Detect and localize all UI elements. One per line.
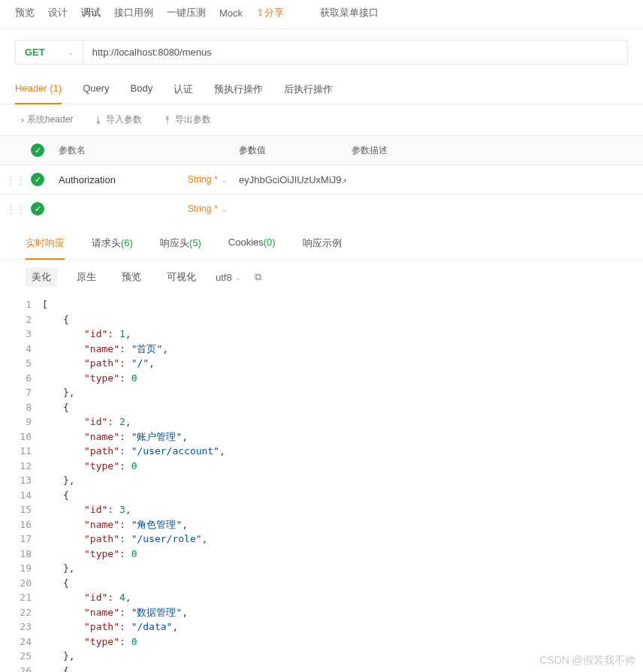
request-tabs: Header (1) Query Body 认证 预执行操作 后执行操作 bbox=[0, 75, 643, 104]
tab-debug[interactable]: 调试 bbox=[81, 6, 101, 20]
top-tabs: 预览 设计 调试 接口用例 一键压测 Mock ⇪分享 获取菜单接口 bbox=[0, 0, 643, 29]
tab-design[interactable]: 设计 bbox=[48, 6, 68, 20]
param-value-input[interactable] bbox=[233, 201, 346, 216]
tab-realtime[interactable]: 实时响应 bbox=[26, 228, 65, 259]
row-check[interactable]: ✓ bbox=[31, 202, 44, 215]
tab-mock[interactable]: Mock bbox=[219, 8, 243, 19]
tab-post[interactable]: 后执行操作 bbox=[284, 75, 333, 104]
method-select[interactable]: GET ⌄ bbox=[15, 40, 83, 65]
chevron-right-icon: › bbox=[21, 115, 24, 125]
param-desc-input[interactable] bbox=[346, 172, 643, 187]
export-params[interactable]: ⭱ 导出参数 bbox=[163, 113, 211, 126]
encoding-select[interactable]: utf8 ⌄ bbox=[216, 272, 241, 283]
view-beauty[interactable]: 美化 bbox=[26, 267, 57, 287]
download-icon: ⭳ bbox=[94, 115, 103, 125]
param-desc-input[interactable] bbox=[346, 201, 643, 216]
check-all[interactable]: ✓ bbox=[31, 143, 44, 157]
tab-pre[interactable]: 预执行操作 bbox=[214, 75, 263, 104]
tab-example[interactable]: 响应示例 bbox=[303, 228, 342, 259]
import-params[interactable]: ⭳ 导入参数 bbox=[94, 113, 142, 126]
type-select[interactable]: String * ⌄ bbox=[188, 174, 227, 185]
share-icon: ⇪ bbox=[256, 7, 264, 18]
method-label: GET bbox=[25, 47, 45, 58]
view-preview[interactable]: 预览 bbox=[116, 267, 147, 287]
table-row: ⋮⋮ ✓ String * ⌄ bbox=[0, 194, 643, 223]
chevron-down-icon: ⌄ bbox=[221, 176, 227, 184]
view-raw[interactable]: 原生 bbox=[71, 267, 102, 287]
view-tabs: 美化 原生 预览 可视化 utf8 ⌄ ⧉ bbox=[0, 260, 643, 294]
response-tabs: 实时响应 请求头(6) 响应头(5) Cookies(0) 响应示例 bbox=[0, 228, 643, 260]
tab-auth[interactable]: 认证 bbox=[174, 75, 193, 104]
upload-icon: ⭱ bbox=[163, 115, 172, 125]
tab-cookies[interactable]: Cookies(0) bbox=[228, 228, 276, 259]
drag-handle-icon[interactable]: ⋮⋮ bbox=[0, 167, 23, 193]
col-value: 参数值 bbox=[233, 137, 346, 164]
col-desc: 参数描述 bbox=[346, 137, 643, 164]
view-visual[interactable]: 可视化 bbox=[161, 267, 202, 287]
url-input[interactable]: http://localhost:8080/menus bbox=[83, 40, 628, 65]
copy-icon[interactable]: ⧉ bbox=[255, 271, 261, 283]
chevron-down-icon: ⌄ bbox=[68, 48, 74, 56]
table-row: ⋮⋮ ✓ Authorization String * ⌄ eyJhbGciOi… bbox=[0, 164, 643, 194]
tab-loadtest[interactable]: 一键压测 bbox=[167, 6, 206, 20]
tab-resp-headers[interactable]: 响应头(5) bbox=[160, 228, 201, 259]
param-value-input[interactable]: eyJhbGciOiJIUzUxMiJ9.eyJ bbox=[233, 167, 346, 193]
share-button[interactable]: ⇪分享 bbox=[256, 6, 284, 20]
tab-preview[interactable]: 预览 bbox=[15, 6, 35, 20]
tab-cases[interactable]: 接口用例 bbox=[114, 6, 153, 20]
tab-body[interactable]: Body bbox=[131, 75, 153, 104]
param-name-input[interactable]: Authorization bbox=[59, 174, 116, 185]
api-title: 获取菜单接口 bbox=[320, 6, 379, 20]
line-gutter: 1234567891011121314151617181920212223242… bbox=[0, 297, 42, 672]
json-viewer[interactable]: [{"id": 1,"name": "首页","path": "/","type… bbox=[42, 297, 643, 672]
col-name: 参数名 bbox=[53, 137, 233, 164]
row-check[interactable]: ✓ bbox=[31, 173, 44, 186]
type-select[interactable]: String * ⌄ bbox=[188, 203, 227, 214]
chevron-down-icon: ⌄ bbox=[235, 273, 241, 282]
drag-handle-icon[interactable]: ⋮⋮ bbox=[0, 196, 23, 222]
param-table: ✓ 参数名 参数值 参数描述 ⋮⋮ ✓ Authorization String… bbox=[0, 135, 643, 223]
system-header-toggle[interactable]: ›系统header bbox=[21, 113, 73, 126]
sub-actions: ›系统header ⭳ 导入参数 ⭱ 导出参数 bbox=[0, 104, 643, 135]
response-body: 1234567891011121314151617181920212223242… bbox=[0, 294, 643, 672]
tab-query[interactable]: Query bbox=[83, 75, 109, 104]
chevron-down-icon: ⌄ bbox=[221, 205, 227, 213]
url-row: GET ⌄ http://localhost:8080/menus bbox=[0, 29, 643, 75]
watermark: CSDN @假装我不帅 bbox=[539, 654, 635, 667]
tab-header[interactable]: Header (1) bbox=[15, 75, 62, 104]
tab-req-headers[interactable]: 请求头(6) bbox=[92, 228, 133, 259]
